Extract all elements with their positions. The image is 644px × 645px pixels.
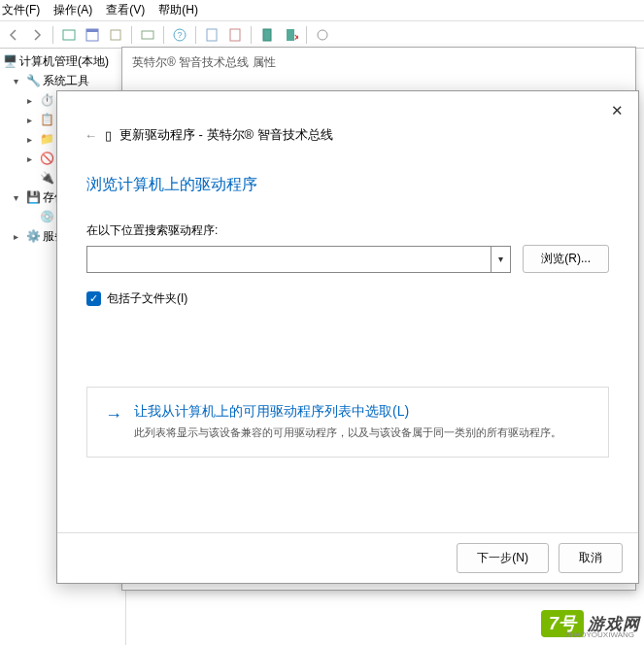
- section-title: 浏览计算机上的驱动程序: [86, 175, 609, 195]
- svg-point-12: [318, 30, 327, 40]
- tool-icon-4[interactable]: [138, 25, 157, 45]
- tree-root-label: 计算机管理(本地): [19, 53, 109, 70]
- svg-rect-4: [142, 31, 153, 39]
- tool-icon-3[interactable]: [106, 25, 125, 45]
- disk-icon: 💿: [39, 209, 54, 224]
- svg-rect-8: [230, 29, 240, 41]
- event-icon: 📋: [39, 112, 54, 127]
- option-description: 此列表将显示与该设备兼容的可用驱动程序，以及与该设备属于同一类别的所有驱动程序。: [134, 424, 561, 441]
- tool-icon-6[interactable]: [225, 25, 245, 45]
- dropdown-icon[interactable]: ▾: [491, 247, 510, 272]
- pick-from-list-option[interactable]: → 让我从计算机上的可用驱动程序列表中选取(L) 此列表将显示与该设备兼容的可用…: [86, 387, 609, 458]
- include-subfolders-checkbox[interactable]: ✓: [86, 291, 101, 306]
- watermark-sub: 7HAOYOUXIWANG: [565, 630, 634, 639]
- services-icon: ⚙️: [25, 228, 41, 244]
- include-subfolders-label: 包括子文件夹(I): [107, 290, 187, 307]
- menu-help[interactable]: 帮助(H): [158, 2, 198, 18]
- svg-rect-2: [86, 29, 98, 32]
- folder-icon: 📁: [39, 131, 54, 147]
- tools-icon: 🔧: [25, 73, 41, 88]
- tree-system-tools[interactable]: ▾ 🔧 系统工具: [0, 71, 125, 90]
- menu-action[interactable]: 操作(A): [53, 2, 92, 18]
- scheduler-icon: ⏱️: [39, 92, 54, 108]
- svg-rect-10: [287, 29, 294, 41]
- wizard-title: 更新驱动程序 - 英特尔® 智音技术总线: [119, 126, 333, 144]
- help-icon[interactable]: ?: [170, 25, 189, 45]
- next-button[interactable]: 下一步(N): [457, 543, 549, 573]
- expand-icon[interactable]: ▾: [14, 76, 23, 86]
- storage-icon: 💾: [25, 189, 41, 205]
- watermark: 7号 游戏网 7HAOYOUXIWANG: [541, 610, 640, 637]
- device-chip-icon: ▯: [105, 128, 112, 143]
- svg-rect-7: [207, 29, 217, 41]
- tool-icon-2[interactable]: [83, 25, 102, 45]
- path-combobox[interactable]: ▾: [86, 246, 511, 273]
- back-arrow-icon[interactable]: ←: [85, 128, 97, 143]
- svg-rect-9: [263, 29, 271, 41]
- tree-root[interactable]: 🖥️ 计算机管理(本地): [0, 51, 125, 71]
- tool-icon-8[interactable]: ×: [281, 25, 300, 45]
- properties-title: 英特尔® 智音技术总线 属性: [122, 48, 635, 77]
- svg-rect-3: [111, 30, 120, 40]
- perf-icon: 🚫: [39, 151, 54, 166]
- close-button[interactable]: ✕: [605, 99, 628, 122]
- browse-button[interactable]: 浏览(R)...: [523, 245, 609, 273]
- update-driver-wizard: ✕ ← ▯ 更新驱动程序 - 英特尔® 智音技术总线 浏览计算机上的驱动程序 在…: [56, 90, 639, 584]
- wizard-header: ← ▯ 更新驱动程序 - 英特尔® 智音技术总线: [57, 91, 638, 153]
- tree-label: 系统工具: [43, 73, 89, 89]
- device-icon: 🔌: [39, 170, 54, 186]
- menu-view[interactable]: 查看(V): [106, 2, 145, 18]
- path-label: 在以下位置搜索驱动程序:: [86, 222, 609, 239]
- tool-icon-7[interactable]: [257, 25, 277, 45]
- forward-icon[interactable]: [27, 25, 47, 45]
- tool-icon-1[interactable]: [59, 25, 79, 45]
- computer-icon: 🖥️: [2, 53, 17, 69]
- tool-icon-5[interactable]: [202, 25, 221, 45]
- tool-icon-9[interactable]: [313, 25, 332, 45]
- menu-bar: 文件(F) 操作(A) 查看(V) 帮助(H): [0, 0, 644, 21]
- arrow-right-icon: →: [105, 405, 122, 441]
- menu-file[interactable]: 文件(F): [2, 2, 40, 18]
- toolbar: ? ×: [0, 21, 644, 49]
- svg-text:?: ?: [177, 30, 182, 40]
- path-input[interactable]: [87, 247, 489, 272]
- expand-icon[interactable]: ▾: [14, 192, 23, 203]
- cancel-button[interactable]: 取消: [559, 543, 623, 573]
- svg-text:×: ×: [294, 32, 298, 43]
- back-icon[interactable]: [4, 25, 23, 45]
- svg-rect-0: [63, 30, 75, 40]
- option-title: 让我从计算机上的可用驱动程序列表中选取(L): [134, 403, 561, 421]
